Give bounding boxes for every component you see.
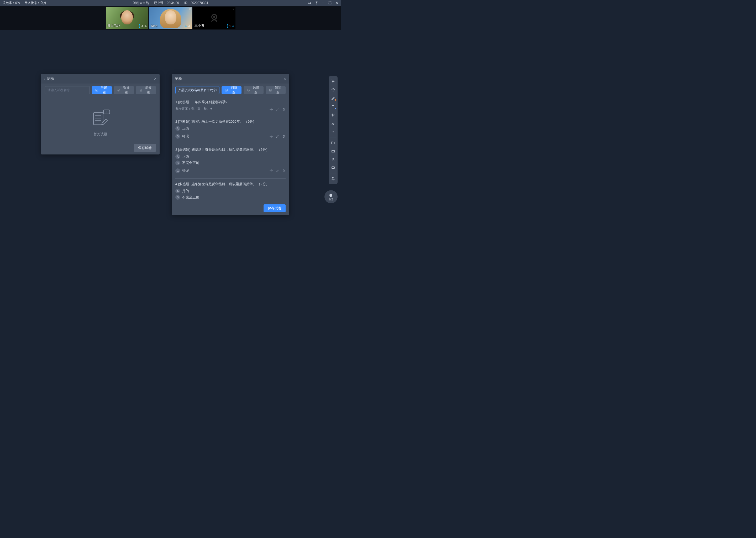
delete-icon[interactable] bbox=[282, 169, 286, 173]
question-option[interactable]: C错误 bbox=[175, 168, 189, 173]
paper-name-input[interactable] bbox=[45, 86, 90, 94]
option-text: 错误 bbox=[182, 168, 189, 173]
svg-point-27 bbox=[106, 112, 107, 112]
video-tile-row: 叮当老师 × Nina × 王小明 bbox=[0, 6, 341, 30]
save-paper-button[interactable]: 保存试卷 bbox=[263, 204, 286, 212]
question-title: 2 [判断题] 我国宪法上一次更新是在2020年。 （2分） bbox=[175, 119, 286, 124]
signal-icon bbox=[188, 25, 191, 28]
paper-name-input[interactable] bbox=[175, 86, 219, 94]
question-item: 3 [单选题] 施华洛世奇是反华品牌，所以梁鼎琪反华。 （2分）A正确B不完全正… bbox=[175, 144, 286, 179]
settings-icon[interactable] bbox=[314, 1, 318, 5]
laser-tool-icon[interactable] bbox=[329, 128, 337, 135]
svg-rect-21 bbox=[93, 113, 103, 125]
question-item: 1 [简答题] 一年四季分别是哪四季?参考答案：春、夏、秋、冬 bbox=[175, 97, 286, 116]
delete-icon[interactable] bbox=[282, 108, 286, 111]
quiz-panel-empty: ‹ 测验 × 判断题 选择题 简答题 暂无试题 保存试卷 bbox=[41, 74, 160, 154]
edit-icon[interactable] bbox=[276, 134, 279, 138]
svg-rect-31 bbox=[269, 89, 271, 91]
add-shortanswer-button[interactable]: 简答题 bbox=[136, 86, 156, 94]
minimize-icon[interactable] bbox=[321, 1, 325, 5]
close-icon[interactable]: × bbox=[284, 77, 286, 81]
bell-tool-icon[interactable] bbox=[329, 175, 337, 182]
fullscreen-icon[interactable] bbox=[328, 1, 332, 5]
hand-icon bbox=[329, 193, 333, 197]
pen-tool-icon[interactable] bbox=[329, 94, 337, 102]
raise-hand-badge[interactable]: 0/2 bbox=[324, 190, 338, 203]
svg-point-1 bbox=[316, 2, 317, 3]
svg-point-28 bbox=[108, 112, 109, 112]
add-choice-button[interactable]: 选择题 bbox=[244, 86, 263, 94]
eraser-tool-icon[interactable] bbox=[329, 120, 337, 127]
add-truefalse-button[interactable]: 判断题 bbox=[221, 86, 242, 94]
question-option[interactable]: B不完全正确 bbox=[175, 161, 286, 165]
video-name: Nina bbox=[151, 24, 158, 28]
toolbox-tool-icon[interactable] bbox=[329, 147, 337, 155]
question-answer: 参考答案：春、夏、秋、冬 bbox=[175, 107, 213, 111]
panel-title: 测验 bbox=[47, 77, 54, 81]
text-tool-icon[interactable] bbox=[329, 103, 337, 110]
edit-icon[interactable] bbox=[276, 169, 279, 173]
edit-icon[interactable] bbox=[276, 108, 279, 111]
svg-point-26 bbox=[105, 112, 106, 112]
network-status: 网络状态：良好 bbox=[24, 1, 46, 5]
save-paper-button[interactable]: 保存试卷 bbox=[134, 144, 156, 152]
question-option[interactable]: A是的 bbox=[175, 188, 286, 193]
move-tool-icon[interactable] bbox=[329, 86, 337, 93]
option-letter: C bbox=[175, 168, 180, 173]
video-name: 王小明 bbox=[195, 24, 204, 28]
option-letter: A bbox=[175, 188, 180, 193]
add-choice-button[interactable]: 选择题 bbox=[114, 86, 134, 94]
svg-rect-8 bbox=[186, 25, 186, 27]
svg-rect-5 bbox=[142, 25, 143, 27]
svg-rect-16 bbox=[96, 89, 98, 91]
question-option[interactable]: B不完全正确 bbox=[175, 195, 286, 200]
elapsed-time: 已上课：02:34:09 bbox=[154, 1, 179, 5]
option-letter: B bbox=[175, 161, 180, 165]
close-window-icon[interactable] bbox=[335, 1, 339, 5]
mic-icon bbox=[185, 25, 187, 28]
question-option[interactable]: A正确 bbox=[175, 126, 286, 131]
question-item: 4 [多选题] 施华洛世奇是反华品牌，所以梁鼎琪反华。 （2分）A是的B不完全正… bbox=[175, 179, 286, 202]
chat-tool-icon[interactable] bbox=[329, 164, 337, 172]
video-tile-student-1[interactable]: × Nina bbox=[149, 7, 192, 29]
add-truefalse-button[interactable]: 判断题 bbox=[92, 86, 112, 94]
svg-point-12 bbox=[213, 16, 215, 18]
back-icon[interactable]: ‹ bbox=[44, 77, 45, 81]
tile-close-icon[interactable]: × bbox=[233, 7, 234, 11]
camera-off-icon bbox=[209, 12, 220, 24]
tile-close-icon[interactable]: × bbox=[189, 7, 191, 11]
mic-muted-icon bbox=[229, 25, 231, 28]
hand-count: 0/2 bbox=[329, 198, 333, 201]
question-option[interactable]: B错误 bbox=[175, 134, 189, 139]
move-icon[interactable] bbox=[269, 134, 273, 138]
move-icon[interactable] bbox=[269, 108, 273, 111]
folder-tool-icon[interactable] bbox=[329, 139, 337, 146]
svg-point-7 bbox=[145, 26, 146, 27]
option-text: 不完全正确 bbox=[182, 195, 199, 200]
video-tile-teacher[interactable]: 叮当老师 bbox=[106, 7, 148, 29]
option-text: 错误 bbox=[182, 134, 189, 139]
mic-icon bbox=[141, 25, 144, 28]
camera-icon[interactable] bbox=[307, 1, 311, 5]
volume-bars-icon bbox=[227, 24, 228, 28]
video-tile-student-2[interactable]: × 王小明 bbox=[193, 7, 235, 29]
cursor-tool-icon[interactable] bbox=[329, 78, 337, 85]
question-option[interactable]: A正确 bbox=[175, 154, 286, 159]
users-tool-icon[interactable] bbox=[329, 156, 337, 163]
add-shortanswer-button[interactable]: 简答题 bbox=[266, 86, 286, 94]
quiz-panel-filled: 测验 × 判断题 选择题 简答题 1 [简答题] 一年四季分别是哪四季?参考答案… bbox=[172, 74, 289, 215]
question-list: 1 [简答题] 一年四季分别是哪四季?参考答案：春、夏、秋、冬2 [判断题] 我… bbox=[172, 97, 289, 202]
option-text: 正确 bbox=[182, 154, 189, 159]
svg-rect-39 bbox=[332, 167, 335, 168]
move-icon[interactable] bbox=[269, 169, 273, 173]
scissors-tool-icon[interactable] bbox=[329, 111, 337, 119]
svg-rect-37 bbox=[332, 150, 335, 152]
close-icon[interactable]: × bbox=[154, 77, 157, 81]
empty-state: 暂无试题 bbox=[45, 97, 156, 141]
question-title: 3 [单选题] 施华洛世奇是反华品牌，所以梁鼎琪反华。 （2分） bbox=[175, 147, 286, 152]
video-name: 叮当老师 bbox=[107, 24, 120, 28]
svg-point-36 bbox=[333, 131, 334, 133]
option-text: 不完全正确 bbox=[182, 161, 199, 165]
delete-icon[interactable] bbox=[282, 134, 286, 138]
volume-bars-icon bbox=[139, 24, 140, 28]
